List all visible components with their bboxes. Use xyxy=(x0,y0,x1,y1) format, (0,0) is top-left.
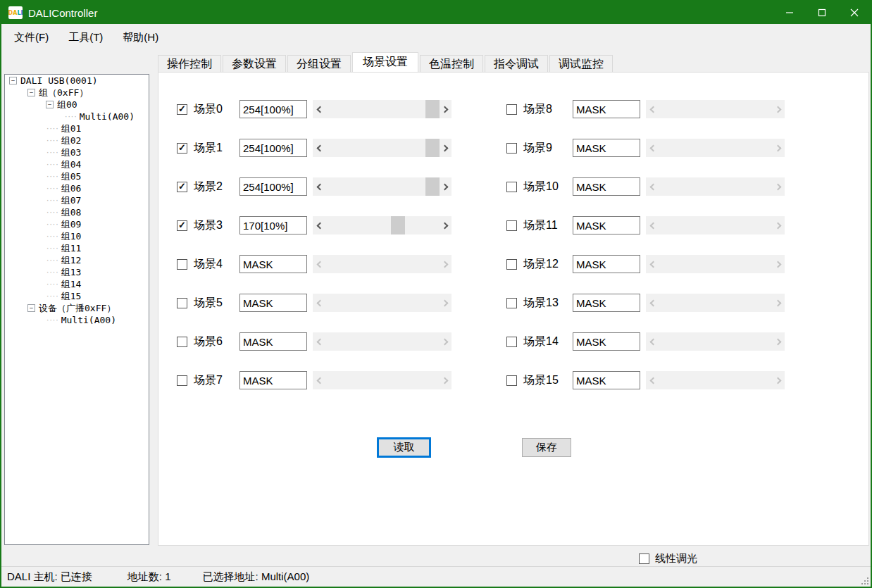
tree-item[interactable]: ····组10 xyxy=(5,230,149,242)
scene-checkbox[interactable] xyxy=(177,298,187,308)
scene-checkbox[interactable] xyxy=(177,220,187,231)
slider-right-arrow-icon xyxy=(440,371,451,389)
tree-item[interactable]: ····Multi(A00) xyxy=(5,314,149,326)
tree-expander-icon[interactable]: − xyxy=(46,101,54,108)
slider-thumb[interactable] xyxy=(391,216,405,234)
slider-left-arrow-icon[interactable] xyxy=(313,177,325,196)
tree-item-label: 组13 xyxy=(60,266,83,279)
tree-item-label: DALI USB(0001) xyxy=(19,75,99,86)
scene-value-input[interactable] xyxy=(239,371,307,389)
linear-dimming-checkbox[interactable] xyxy=(639,553,649,564)
slider-thumb[interactable] xyxy=(425,139,440,157)
tree-item[interactable]: ····组07 xyxy=(5,194,149,206)
tab-5[interactable]: 指令调试 xyxy=(485,55,548,72)
scene-checkbox[interactable] xyxy=(177,259,187,270)
scene-checkbox[interactable] xyxy=(177,104,187,115)
tree-item[interactable]: ····组05 xyxy=(5,170,149,182)
scene-checkbox[interactable] xyxy=(506,182,517,192)
minimize-button[interactable] xyxy=(773,1,806,24)
scene-value-input[interactable] xyxy=(573,139,640,157)
slider-right-arrow-icon[interactable] xyxy=(440,177,451,196)
tree-item[interactable]: −设备（广播0xFF） xyxy=(5,302,149,314)
scene-value-input[interactable] xyxy=(573,371,640,389)
scene-value-input[interactable] xyxy=(573,294,640,312)
menu-item-2[interactable]: 帮助(H) xyxy=(113,27,168,49)
tab-1[interactable]: 参数设置 xyxy=(223,55,286,72)
save-button[interactable]: 保存 xyxy=(522,438,571,457)
slider-left-arrow-icon[interactable] xyxy=(313,216,325,234)
scene-slider[interactable] xyxy=(313,177,451,196)
tree-item[interactable]: −组（0xFF） xyxy=(5,87,149,99)
scene-checkbox[interactable] xyxy=(506,143,517,154)
scene-value-input[interactable] xyxy=(239,294,307,312)
tree-item[interactable]: ····组12 xyxy=(5,254,149,266)
tree-item-label: 组10 xyxy=(60,230,83,243)
tree-item[interactable]: ····组13 xyxy=(5,266,149,278)
tree-item[interactable]: −DALI USB(0001) xyxy=(5,75,149,87)
tree-item[interactable]: ····组15 xyxy=(5,290,149,302)
scene-checkbox[interactable] xyxy=(506,375,517,386)
tree-item[interactable]: ····组06 xyxy=(5,182,149,194)
scene-checkbox[interactable] xyxy=(506,220,517,231)
tab-3[interactable]: 场景设置 xyxy=(352,52,418,72)
scene-value-input[interactable] xyxy=(239,216,307,234)
scene-checkbox[interactable] xyxy=(177,337,187,347)
slider-left-arrow-icon[interactable] xyxy=(313,139,325,157)
slider-right-arrow-icon[interactable] xyxy=(440,216,451,234)
tab-0[interactable]: 操作控制 xyxy=(158,55,221,72)
slider-right-arrow-icon[interactable] xyxy=(440,100,451,118)
scene-row: 场景2 xyxy=(177,177,223,196)
tree-expander-icon[interactable]: − xyxy=(9,77,17,85)
close-button[interactable] xyxy=(838,1,871,24)
menu-item-0[interactable]: 文件(F) xyxy=(4,27,58,49)
scene-value-input[interactable] xyxy=(239,139,307,157)
resize-grip-icon[interactable] xyxy=(860,576,868,584)
scene-slider[interactable] xyxy=(313,139,451,157)
scene-checkbox[interactable] xyxy=(177,143,187,154)
tab-6[interactable]: 调试监控 xyxy=(549,55,613,72)
slider-right-arrow-icon[interactable] xyxy=(440,139,451,157)
maximize-button[interactable] xyxy=(806,1,838,24)
scene-row: 场景15 xyxy=(506,371,559,389)
scene-checkbox[interactable] xyxy=(177,182,187,192)
tree-item[interactable]: ····组14 xyxy=(5,278,149,290)
tab-4[interactable]: 色温控制 xyxy=(420,55,483,72)
scene-slider[interactable] xyxy=(313,100,451,118)
tree-item[interactable]: ····组09 xyxy=(5,218,149,230)
slider-left-arrow-icon xyxy=(313,294,325,312)
tree-item[interactable]: ····组11 xyxy=(5,242,149,254)
tree-item[interactable]: ····组08 xyxy=(5,206,149,218)
tree-connector: ···· xyxy=(46,317,58,324)
tab-2[interactable]: 分组设置 xyxy=(287,55,351,72)
scene-value-input[interactable] xyxy=(573,216,640,234)
scene-value-input[interactable] xyxy=(573,177,640,196)
tree-item[interactable]: ····组04 xyxy=(5,158,149,170)
tree-expander-icon[interactable]: − xyxy=(27,89,35,96)
tree-item[interactable]: ····Multi(A00) xyxy=(5,111,149,123)
scene-checkbox[interactable] xyxy=(506,298,517,308)
scene-value-input[interactable] xyxy=(573,255,640,273)
tree-item[interactable]: −组00 xyxy=(5,99,149,111)
tree-expander-icon[interactable]: − xyxy=(27,304,35,312)
read-button[interactable]: 读取 xyxy=(378,438,430,457)
scene-value-input[interactable] xyxy=(239,100,307,118)
scene-value-input[interactable] xyxy=(239,255,307,273)
scene-slider[interactable] xyxy=(313,216,451,234)
scene-checkbox[interactable] xyxy=(506,259,517,270)
slider-thumb[interactable] xyxy=(425,100,440,118)
tree-item[interactable]: ····组01 xyxy=(5,123,149,135)
scene-value-input[interactable] xyxy=(239,332,307,351)
scene-checkbox[interactable] xyxy=(506,337,517,347)
scene-value-input[interactable] xyxy=(573,100,640,118)
menu-item-1[interactable]: 工具(T) xyxy=(58,27,113,49)
scene-value-input[interactable] xyxy=(573,332,640,351)
scene-checkbox[interactable] xyxy=(506,104,517,115)
slider-left-arrow-icon[interactable] xyxy=(313,100,325,118)
slider-left-arrow-icon xyxy=(313,255,325,273)
slider-thumb[interactable] xyxy=(425,177,440,196)
window-title: DALIController xyxy=(28,7,97,19)
scene-checkbox[interactable] xyxy=(177,375,187,386)
tree-item[interactable]: ····组02 xyxy=(5,135,149,146)
scene-value-input[interactable] xyxy=(239,177,307,196)
tree-item[interactable]: ····组03 xyxy=(5,146,149,158)
